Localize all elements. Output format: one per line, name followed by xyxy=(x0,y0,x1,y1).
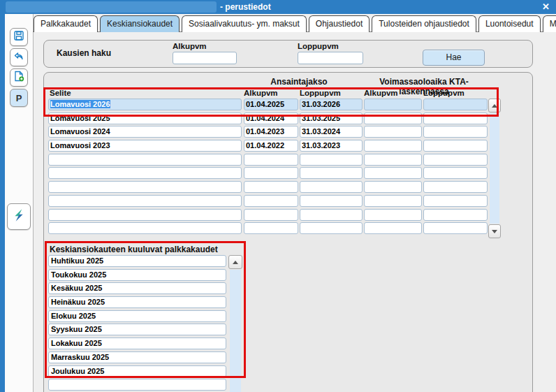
scrollbar-track[interactable] xyxy=(490,113,499,224)
kta-alkupvm-cell[interactable] xyxy=(364,112,422,124)
month-list-item[interactable]: Syyskuu 2025 xyxy=(48,324,226,337)
ansainta-loppupvm-cell[interactable]: 31.03.2023 xyxy=(300,140,363,152)
month-cell[interactable] xyxy=(48,379,226,391)
kta-loppupvm-cell[interactable] xyxy=(423,167,488,179)
month-cell[interactable]: Toukokuu 2025 xyxy=(48,269,226,281)
scroll-up-button[interactable] xyxy=(228,255,242,269)
ansainta-loppupvm-cell[interactable] xyxy=(300,195,363,207)
hae-search-button[interactable]: Hae xyxy=(423,50,485,66)
ansainta-alkupvm-cell[interactable] xyxy=(244,154,298,166)
kta-loppupvm-cell[interactable] xyxy=(423,154,488,166)
kta-alkupvm-cell[interactable] xyxy=(364,154,422,166)
month-list-item[interactable]: Joulukuu 2025 xyxy=(48,365,226,379)
month-list-item[interactable]: Heinäkuu 2025 xyxy=(48,296,226,310)
month-list-item[interactable]: Kesäkuu 2025 xyxy=(48,282,226,296)
table-row[interactable] xyxy=(48,209,499,223)
loppupvm-input[interactable] xyxy=(298,52,363,64)
ansainta-alkupvm-cell[interactable]: 01.04.2024 xyxy=(244,112,298,124)
kta-loppupvm-cell[interactable] xyxy=(423,112,488,124)
table-row[interactable]: Lomavuosi 2025 01.04.2024 31.03.2025 xyxy=(48,112,499,126)
table-row[interactable]: Lomavuosi 2026 01.04.2025 31.03.2026 xyxy=(48,99,499,112)
scrollbar-track[interactable] xyxy=(230,270,241,392)
tab[interactable]: Palkkakaudet xyxy=(34,15,98,32)
kta-loppupvm-cell[interactable] xyxy=(423,99,488,110)
table-row[interactable] xyxy=(48,195,499,209)
kta-loppupvm-cell[interactable] xyxy=(423,209,488,221)
selite-cell[interactable]: Lomavuosi 2026 xyxy=(48,99,242,110)
month-cell[interactable]: Syyskuu 2025 xyxy=(48,324,226,335)
selite-cell[interactable] xyxy=(48,222,242,234)
table-row[interactable]: Lomavuosi 2023 01.04.2022 31.03.2023 xyxy=(48,140,499,154)
month-cell[interactable]: Elokuu 2025 xyxy=(48,310,226,322)
month-list-item[interactable]: Lokakuu 2025 xyxy=(48,337,226,351)
ansainta-alkupvm-cell[interactable]: 01.04.2025 xyxy=(244,99,298,110)
scroll-down-button[interactable] xyxy=(488,224,501,238)
kta-alkupvm-cell[interactable] xyxy=(364,140,422,152)
ansainta-alkupvm-cell[interactable]: 01.04.2023 xyxy=(244,126,298,138)
month-cell[interactable]: Joulukuu 2025 xyxy=(48,365,226,377)
tab[interactable]: Luontoisedut xyxy=(478,15,541,32)
p-button[interactable]: P xyxy=(10,89,28,107)
ansainta-loppupvm-cell[interactable]: 31.03.2025 xyxy=(300,112,363,124)
selite-cell[interactable] xyxy=(48,209,242,221)
month-cell[interactable]: Huhtikuu 2025 xyxy=(48,255,226,267)
selite-cell[interactable]: Lomavuosi 2023 xyxy=(48,140,242,152)
selite-cell[interactable] xyxy=(48,154,242,166)
tab[interactable]: Ohjaustiedot xyxy=(309,15,370,32)
close-icon[interactable]: ✕ xyxy=(542,0,550,14)
ansainta-loppupvm-cell[interactable] xyxy=(300,154,363,166)
table-row[interactable] xyxy=(48,181,499,195)
tab[interactable]: Sosiaalivakuutus- ym. maksut xyxy=(182,15,307,32)
new-record-button[interactable] xyxy=(10,68,28,87)
month-list-item[interactable]: Elokuu 2025 xyxy=(48,310,226,324)
kta-loppupvm-cell[interactable] xyxy=(423,222,488,234)
ansainta-loppupvm-cell[interactable] xyxy=(300,167,363,179)
month-cell[interactable]: Heinäkuu 2025 xyxy=(48,296,226,308)
ansainta-alkupvm-cell[interactable] xyxy=(244,167,298,179)
kta-alkupvm-cell[interactable] xyxy=(364,209,422,221)
month-list-item[interactable]: Toukokuu 2025 xyxy=(48,269,226,283)
selite-cell[interactable]: Lomavuosi 2024 xyxy=(48,126,242,138)
ansainta-loppupvm-cell[interactable] xyxy=(300,222,363,234)
kta-alkupvm-cell[interactable] xyxy=(364,99,422,110)
selite-cell[interactable]: Lomavuosi 2025 xyxy=(48,112,242,124)
kta-alkupvm-cell[interactable] xyxy=(364,195,422,207)
month-cell[interactable]: Kesäkuu 2025 xyxy=(48,282,226,294)
scroll-up-button[interactable] xyxy=(488,99,501,112)
month-list-item[interactable]: Marraskuu 2025 xyxy=(48,351,226,365)
undo-button[interactable] xyxy=(10,48,28,66)
alkupvm-input[interactable] xyxy=(173,52,237,64)
kta-alkupvm-cell[interactable] xyxy=(364,181,422,193)
selite-cell[interactable] xyxy=(48,195,242,207)
table-row[interactable] xyxy=(48,222,499,236)
ansainta-loppupvm-cell[interactable] xyxy=(300,181,363,193)
ansainta-alkupvm-cell[interactable] xyxy=(244,195,298,207)
kta-alkupvm-cell[interactable] xyxy=(364,167,422,179)
save-button[interactable] xyxy=(10,28,28,46)
table-row[interactable] xyxy=(48,154,499,168)
kta-loppupvm-cell[interactable] xyxy=(423,126,488,138)
kta-loppupvm-cell[interactable] xyxy=(423,195,488,207)
kta-loppupvm-cell[interactable] xyxy=(423,181,488,193)
app-logo-button[interactable] xyxy=(7,203,31,230)
table-row[interactable] xyxy=(48,167,499,181)
month-cell[interactable]: Marraskuu 2025 xyxy=(48,351,226,363)
ansainta-loppupvm-cell[interactable]: 31.03.2026 xyxy=(300,99,363,110)
selite-cell[interactable] xyxy=(48,181,242,193)
tab[interactable]: Tulosteiden ohjaustiedot xyxy=(372,15,476,32)
tab[interactable]: Muut xyxy=(543,15,556,32)
month-list-item[interactable] xyxy=(48,379,226,392)
tab[interactable]: Keskiansiokaudet xyxy=(100,15,180,32)
selite-cell[interactable] xyxy=(48,167,242,179)
month-cell[interactable]: Lokakuu 2025 xyxy=(48,337,226,349)
ansainta-loppupvm-cell[interactable] xyxy=(300,209,363,221)
ansainta-alkupvm-cell[interactable] xyxy=(244,181,298,193)
kta-alkupvm-cell[interactable] xyxy=(364,126,422,138)
ansainta-alkupvm-cell[interactable] xyxy=(244,209,298,221)
ansainta-loppupvm-cell[interactable]: 31.03.2024 xyxy=(300,126,363,138)
ansainta-alkupvm-cell[interactable] xyxy=(244,222,298,234)
kta-alkupvm-cell[interactable] xyxy=(364,222,422,234)
ansainta-alkupvm-cell[interactable]: 01.04.2022 xyxy=(244,140,298,152)
month-list-item[interactable]: Huhtikuu 2025 xyxy=(48,255,226,269)
kta-loppupvm-cell[interactable] xyxy=(423,140,488,152)
